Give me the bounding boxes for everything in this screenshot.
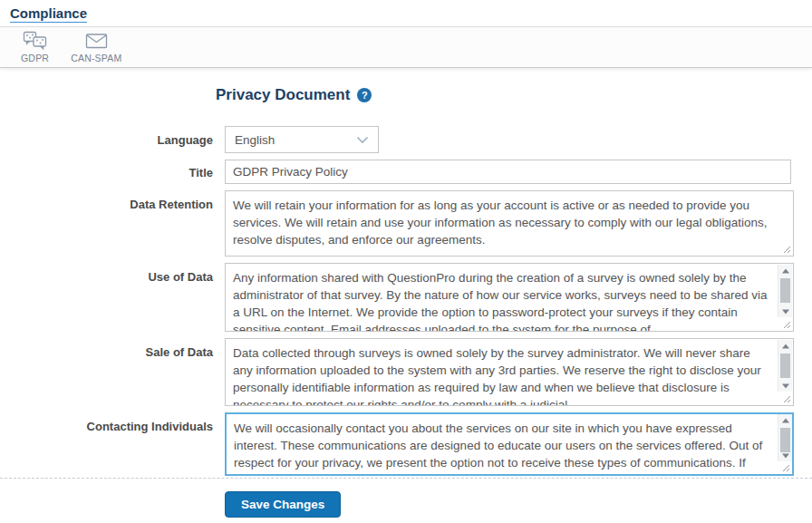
tab-can-spam[interactable]: CAN-SPAM: [63, 28, 130, 66]
data-retention-label: Data Retention: [0, 190, 213, 211]
page-title: Privacy Document: [216, 86, 350, 104]
breadcrumb: Compliance: [0, 0, 812, 26]
divider: [0, 478, 812, 479]
data-retention-text: We will retain your information for as l…: [226, 191, 793, 248]
scrollbar-thumb[interactable]: [780, 354, 790, 378]
contacting-individuals-label: Contacting Individuals: [0, 412, 213, 433]
resize-grip-icon[interactable]: [780, 318, 792, 330]
gdpr-bubbles-icon: [23, 31, 47, 51]
sale-of-data-row: Sale of Data Data collected through surv…: [0, 338, 812, 406]
sale-of-data-textarea[interactable]: Data collected through surveys is owned …: [225, 338, 794, 406]
compliance-toolbar: GDPR CAN-SPAM: [0, 26, 812, 68]
use-of-data-label: Use of Data: [0, 263, 213, 284]
scroll-up-arrow-icon[interactable]: [778, 265, 792, 276]
tab-gdpr[interactable]: GDPR: [13, 28, 57, 66]
title-row: Title: [0, 160, 812, 184]
scrollbar-thumb[interactable]: [780, 278, 790, 303]
page-title-row: Privacy Document ?: [216, 86, 812, 104]
scroll-down-arrow-icon[interactable]: [778, 305, 792, 317]
tab-gdpr-label: GDPR: [21, 53, 49, 63]
scroll-up-arrow-icon[interactable]: [778, 340, 792, 352]
data-retention-row: Data Retention We will retain your infor…: [0, 190, 812, 257]
contacting-individuals-row: Contacting Individuals We will occasiona…: [0, 412, 812, 476]
data-retention-textarea[interactable]: We will retain your information for as l…: [225, 190, 794, 257]
contacting-individuals-textarea[interactable]: We will occasionally contact you about t…: [225, 412, 794, 476]
scrollbar[interactable]: [778, 265, 792, 317]
chevron-down-icon: [356, 131, 369, 148]
save-changes-button[interactable]: Save Changes: [225, 491, 341, 518]
scroll-down-arrow-icon[interactable]: [778, 380, 792, 392]
scroll-down-arrow-icon[interactable]: [778, 450, 792, 461]
scrollbar[interactable]: [778, 340, 792, 392]
title-input[interactable]: [225, 160, 791, 184]
sale-of-data-label: Sale of Data: [0, 338, 213, 359]
language-select-value: English: [235, 133, 275, 147]
scrollbar-thumb[interactable]: [780, 428, 790, 452]
scroll-up-arrow-icon[interactable]: [778, 414, 792, 426]
language-label: Language: [0, 126, 213, 147]
title-label: Title: [0, 160, 213, 179]
language-row: Language English: [0, 126, 812, 153]
help-icon[interactable]: ?: [357, 88, 372, 102]
use-of-data-textarea[interactable]: Any information shared with QuestionPro …: [225, 263, 794, 332]
resize-grip-icon[interactable]: [780, 392, 792, 404]
use-of-data-row: Use of Data Any information shared with …: [0, 263, 812, 332]
resize-grip-icon[interactable]: [779, 461, 791, 473]
resize-grip-icon[interactable]: [780, 243, 792, 255]
language-select[interactable]: English: [225, 126, 379, 153]
tab-can-spam-label: CAN-SPAM: [71, 53, 121, 63]
envelope-icon: [85, 31, 108, 51]
scrollbar[interactable]: [778, 414, 792, 461]
contacting-individuals-text: We will occasionally contact you about t…: [227, 414, 792, 476]
sale-of-data-text: Data collected through surveys is owned …: [226, 339, 793, 406]
use-of-data-text: Any information shared with QuestionPro …: [226, 264, 793, 332]
privacy-document-form: Language English Title Data Retention We…: [0, 126, 812, 476]
compliance-link[interactable]: Compliance: [10, 5, 87, 23]
